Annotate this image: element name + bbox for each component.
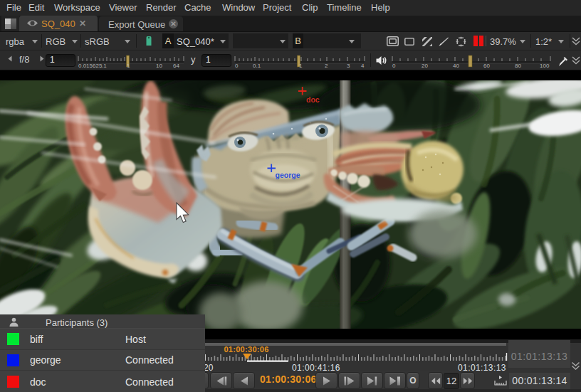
svg-text:george: george (276, 171, 300, 179)
svg-text:doc: doc (306, 95, 320, 104)
